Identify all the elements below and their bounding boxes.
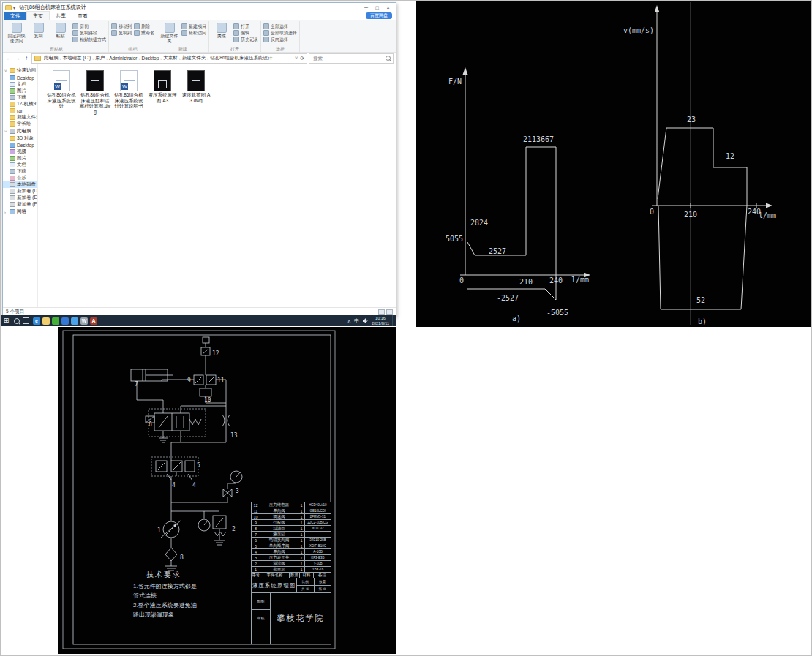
ribbon-small-button[interactable]: 全部取消选择 (263, 30, 297, 36)
taskbar-icon-wps[interactable]: W (80, 317, 88, 325)
volume-icon[interactable] (362, 317, 369, 324)
close-button[interactable]: × (383, 4, 394, 12)
details-view-icon[interactable] (378, 309, 385, 315)
ribbon-small-button[interactable]: 重命名 (134, 30, 154, 36)
ribbon-small-button[interactable]: 粘贴快捷方式 (72, 37, 106, 42)
props-icon (217, 23, 227, 33)
ribbon-button[interactable]: 粘贴 (50, 21, 70, 39)
sidebar-item[interactable]: 图片 (3, 88, 37, 94)
sidebar-item[interactable]: 音乐 (3, 175, 37, 181)
sidebar-section-header[interactable]: ˅快速访问 (3, 67, 37, 75)
taskbar-search-button[interactable] (12, 318, 21, 324)
sidebar-item[interactable]: Desktop (3, 75, 37, 81)
sidebar-section-header[interactable]: ›网络 (3, 208, 37, 216)
taskbar-icon-browser-360[interactable] (52, 317, 59, 325)
tab-view[interactable]: 查看 (72, 12, 94, 20)
sidebar-item[interactable]: 图片 (3, 155, 37, 162)
thumbnail-view-icon[interactable] (386, 309, 393, 315)
chevron-icon: ˅ (4, 129, 8, 134)
drive-icon (10, 195, 15, 200)
breadcrumb-segment[interactable]: 本地磁盘 (C:) (62, 55, 92, 61)
breadcrumb-box[interactable]: 此电脑›本地磁盘 (C:)›用户›Administrator›Desktop›大… (31, 53, 307, 64)
sidebar-item[interactable]: rar (3, 108, 37, 114)
taskbar-clock[interactable]: 10:16 2021/8/11 (372, 316, 389, 326)
refresh-icon[interactable]: ⟳ (300, 56, 304, 61)
ribbon-small-button[interactable]: 剪切 (72, 23, 106, 29)
sidebar-item[interactable]: 本地磁盘 (C:) (3, 181, 37, 188)
explorer-titlebar[interactable]: ▾ 钻孔86组合机床液压系统设计 ─ □ × (3, 3, 396, 12)
sidebar-item[interactable]: 新加卷 (F:) (3, 201, 37, 208)
search-input[interactable] (312, 55, 386, 61)
sidebar-item[interactable]: 学长给 (3, 121, 37, 127)
ribbon-button[interactable]: 属性 (211, 21, 231, 39)
ribbon-small-button[interactable]: 全部选择 (263, 23, 297, 29)
file-item[interactable]: 速度载荷图 A3.dwg (180, 70, 212, 103)
cloud-sync-button[interactable]: 百度网盘 (366, 12, 392, 19)
file-item[interactable]: 钻孔86组合机床液压缸和活塞杆计算图.dwg (79, 70, 111, 115)
ribbon-small-label: 粘贴快捷方式 (80, 37, 106, 43)
task-view-button[interactable] (21, 317, 31, 324)
parts-table-row: 8过滤器1XU-C32 (252, 526, 331, 532)
sidebar-item[interactable]: 新加卷 (E:) (3, 195, 37, 201)
ribbon-small-button[interactable]: 历史记录 (233, 37, 258, 42)
sidebar-item[interactable]: Desktop (3, 142, 37, 148)
breadcrumb-segment[interactable]: Desktop (140, 56, 159, 61)
tray-expand-icon[interactable]: ∧ (347, 318, 351, 324)
ribbon-small-button[interactable]: 复制路径 (72, 30, 106, 36)
technical-requirements: 技术要求 1.各元件的连接方式都是 管式连接 2.整个液压系统要避免油 路出现渗… (133, 570, 197, 619)
ribbon-button[interactable]: 固定到快速访问 (7, 21, 26, 43)
address-dropdown-icon[interactable]: ˅ (295, 56, 298, 61)
sidebar-item[interactable]: 下载 (3, 168, 37, 175)
file-item[interactable]: W钻孔86组合机床液压系统设计 (45, 70, 78, 109)
sidebar-item[interactable]: 3D 对象 (3, 135, 37, 142)
ime-indicator[interactable]: 中 (354, 317, 359, 325)
taskbar-icon-browser-blue[interactable] (61, 317, 69, 325)
file-item[interactable]: W钻孔86组合机床液压系统设计计算说明书 (113, 70, 145, 109)
sidebar-item[interactable]: 新建文件夹 (3, 114, 37, 121)
tab-file[interactable]: 文件 (4, 12, 26, 20)
ribbon-button[interactable]: 复制 (29, 21, 48, 39)
forward-button[interactable]: → (14, 55, 21, 61)
taskbar-icon-file-explorer[interactable] (42, 317, 50, 325)
sidebar-section-header[interactable]: ˅此电脑 (3, 127, 37, 135)
sidebar-item[interactable]: 文档 (3, 81, 37, 88)
taskbar-icon-autocad[interactable]: A (90, 317, 97, 325)
ribbon-small-button[interactable]: 删除 (134, 23, 154, 29)
start-button[interactable]: ⊞ (1, 315, 12, 326)
minimize-button[interactable]: ─ (361, 4, 372, 12)
tech-requirement-line: 2.整个液压系统要避免油 (133, 600, 197, 610)
ribbon-small-button[interactable]: 打开 (233, 23, 258, 29)
sidebar-item[interactable]: 下载 (3, 94, 37, 101)
ribbon-small-button[interactable]: 新建项目 (181, 23, 206, 29)
breadcrumb-segment[interactable]: 用户 (94, 55, 105, 61)
ribbon-small-button[interactable]: 反向选择 (263, 37, 297, 42)
breadcrumb-segment[interactable]: 此电脑 (43, 55, 59, 61)
breadcrumb-segment[interactable]: 大素材 (162, 55, 178, 61)
ribbon-small-button[interactable]: 移动到 (111, 23, 132, 29)
tab-home[interactable]: 主页 (26, 11, 50, 20)
maximize-button[interactable]: □ (372, 4, 383, 12)
chevron-down-icon[interactable]: ▾ (13, 5, 15, 10)
file-explorer-window: ▾ 钻孔86组合机床液压系统设计 ─ □ × 文件 主页 共享 查看 百度网盘 … (2, 2, 396, 317)
breadcrumb-segment[interactable]: 新建文件夹 (181, 55, 207, 61)
part-qty: 1 (298, 543, 305, 549)
sidebar-item[interactable]: 文档 (3, 162, 37, 168)
taskbar-icon-qq[interactable] (71, 317, 78, 325)
sidebar-item[interactable]: 视频 (3, 148, 37, 155)
back-button[interactable]: ← (5, 55, 12, 61)
show-desktop-button[interactable] (392, 315, 395, 326)
ribbon-small-button[interactable]: 复制到 (111, 30, 132, 36)
sidebar-item[interactable]: 新加卷 (D:) (3, 188, 37, 195)
ribbon-small-button[interactable]: 轻松访问 (181, 30, 206, 36)
taskbar-icon-edge[interactable]: e (33, 317, 40, 325)
up-button[interactable]: ↑ (23, 55, 30, 61)
file-item[interactable]: 液压系统原理图 A3 (146, 70, 178, 103)
search-icon[interactable] (386, 56, 391, 61)
breadcrumb-segment[interactable]: Administrator (108, 56, 138, 61)
ribbon-small-button[interactable]: 编辑 (233, 30, 258, 36)
tab-share[interactable]: 共享 (50, 12, 72, 20)
ribbon-button[interactable]: 新建文件夹 (159, 21, 179, 43)
sidebar-item[interactable]: 12-机械911-2 (2)8 (3, 101, 37, 108)
breadcrumb-segment[interactable]: 钻孔86组合机床液压系统设计 (209, 55, 273, 61)
ribbon-button-label: 固定到快速访问 (7, 34, 26, 43)
